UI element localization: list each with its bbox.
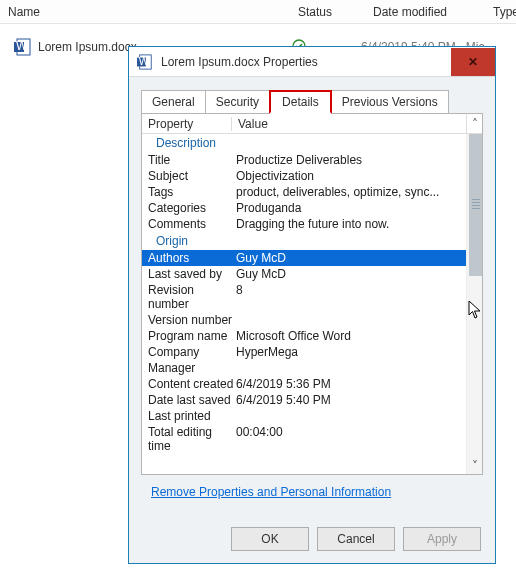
dialog-buttons: OK Cancel Apply	[231, 527, 481, 551]
header-status[interactable]: Status	[290, 5, 365, 19]
scrollbar-track[interactable]	[467, 134, 482, 458]
property-list[interactable]: Description TitleProductize Deliverables…	[142, 134, 466, 474]
prop-row: Last saved byGuy McD	[142, 266, 466, 282]
prop-row: SubjectObjectivization	[142, 168, 466, 184]
property-columns-header: Property Value ˄	[142, 114, 482, 134]
dialog-title: Lorem Ipsum.docx Properties	[161, 55, 451, 69]
prop-row: CategoriesProduganda	[142, 200, 466, 216]
prop-row: Version number	[142, 312, 466, 328]
remove-properties-link[interactable]: Remove Properties and Personal Informati…	[151, 485, 391, 499]
vertical-scrollbar[interactable]: ˅	[466, 134, 482, 474]
header-name[interactable]: Name	[0, 5, 290, 19]
filelist-header: Name Status Date modified Type	[0, 0, 516, 24]
prop-row-selected: AuthorsGuy McD	[142, 250, 466, 266]
header-type[interactable]: Type	[485, 5, 516, 19]
svg-text:W: W	[16, 39, 28, 53]
prop-row: Total editing time00:04:00	[142, 424, 466, 454]
tab-security[interactable]: Security	[205, 90, 270, 114]
word-doc-icon: W	[14, 38, 32, 56]
prop-row: Manager	[142, 360, 466, 376]
scroll-down-button[interactable]: ˅	[467, 458, 482, 474]
prop-row: Date last saved6/4/2019 5:40 PM	[142, 392, 466, 408]
scroll-up-button[interactable]: ˄	[466, 114, 482, 133]
header-date[interactable]: Date modified	[365, 5, 485, 19]
prop-row: Content created6/4/2019 5:36 PM	[142, 376, 466, 392]
apply-button: Apply	[403, 527, 481, 551]
prop-row: Tagsproduct, deliverables, optimize, syn…	[142, 184, 466, 200]
titlebar[interactable]: W Lorem Ipsum.docx Properties ✕	[129, 47, 495, 77]
prop-row: CompanyHyperMega	[142, 344, 466, 360]
tab-details[interactable]: Details	[269, 90, 332, 114]
tab-general[interactable]: General	[141, 90, 206, 114]
close-icon: ✕	[468, 55, 478, 69]
tab-previous-versions[interactable]: Previous Versions	[331, 90, 449, 114]
prop-row: TitleProductize Deliverables	[142, 152, 466, 168]
svg-text:W: W	[139, 54, 150, 66]
scrollbar-thumb[interactable]	[469, 134, 482, 276]
chevron-up-icon: ˄	[472, 117, 478, 131]
properties-dialog: W Lorem Ipsum.docx Properties ✕ General …	[128, 46, 496, 564]
cancel-button[interactable]: Cancel	[317, 527, 395, 551]
ok-button[interactable]: OK	[231, 527, 309, 551]
close-button[interactable]: ✕	[451, 48, 495, 76]
col-property[interactable]: Property	[142, 117, 232, 131]
prop-row: CommentsDragging the future into now.	[142, 216, 466, 232]
word-doc-icon: W	[137, 54, 153, 70]
prop-row: Last printed	[142, 408, 466, 424]
section-description: Description	[142, 134, 466, 152]
col-value[interactable]: Value	[232, 117, 466, 131]
prop-row: Revision number8	[142, 282, 466, 312]
chevron-down-icon: ˅	[472, 459, 478, 473]
remove-properties-link-row: Remove Properties and Personal Informati…	[151, 485, 495, 499]
section-origin: Origin	[142, 232, 466, 250]
tab-strip: General Security Details Previous Versio…	[141, 89, 495, 113]
details-pane: Property Value ˄ Description TitleProduc…	[141, 113, 483, 475]
prop-row: Program nameMicrosoft Office Word	[142, 328, 466, 344]
